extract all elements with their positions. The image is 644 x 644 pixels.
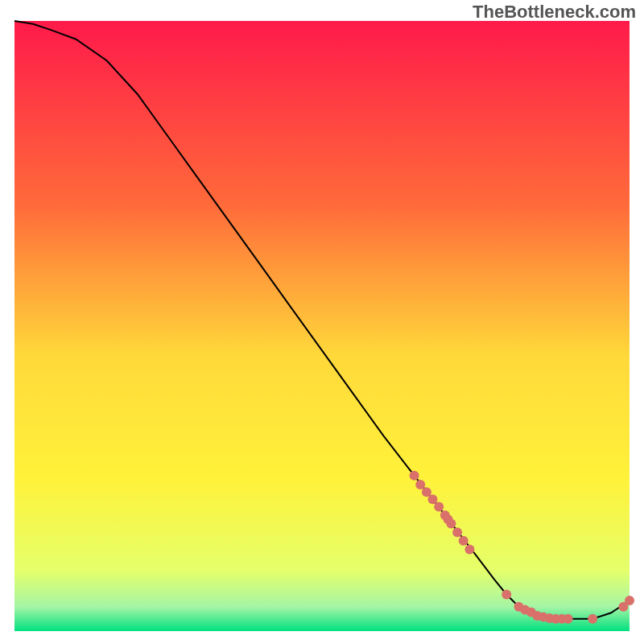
highlight-point [459, 536, 469, 546]
highlight-point [588, 614, 597, 624]
highlight-point [564, 614, 573, 624]
bottleneck-chart [0, 0, 644, 644]
watermark-label: TheBottleneck.com [473, 2, 636, 23]
highlight-point [415, 480, 425, 489]
highlight-point [446, 519, 456, 529]
highlight-point [434, 502, 444, 511]
highlight-point [452, 527, 462, 537]
chart-container: TheBottleneck.com [0, 0, 644, 644]
highlight-point [410, 471, 419, 481]
highlight-point [464, 544, 474, 554]
plot-background [14, 21, 630, 631]
highlight-point [502, 590, 511, 600]
highlight-point [428, 494, 438, 504]
highlight-point [625, 596, 634, 605]
